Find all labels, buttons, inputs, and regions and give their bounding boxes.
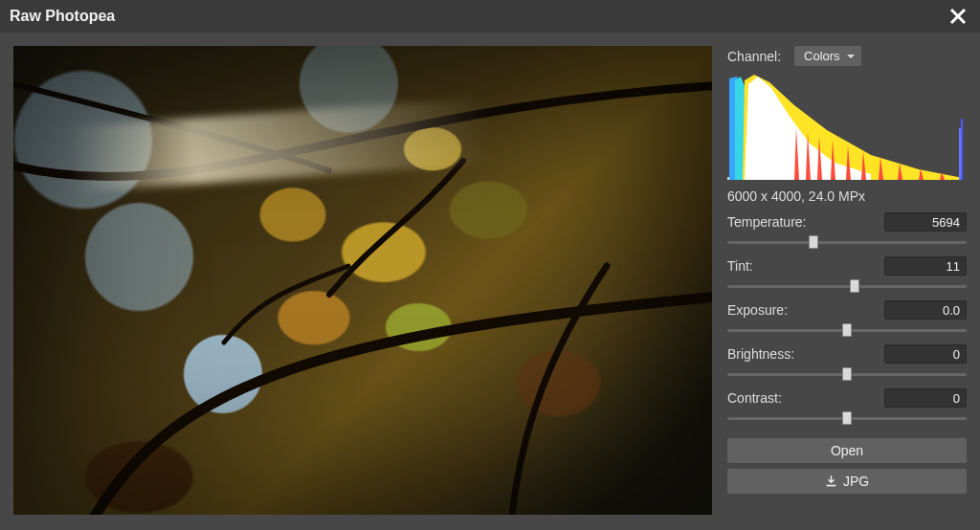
dialog-body: Channel: Colors (0, 33, 980, 530)
window-title: Raw Photopea (10, 8, 946, 25)
raw-dialog: Raw Photopea (0, 0, 980, 530)
temperature-label: Temperature: (727, 214, 884, 230)
brightness-slider[interactable] (727, 366, 967, 382)
brightness-control: Brightness: (727, 344, 967, 382)
brightness-label: Brightness: (727, 346, 884, 362)
exposure-value-input[interactable] (884, 300, 967, 320)
svg-rect-3 (959, 128, 961, 180)
temperature-slider[interactable] (727, 234, 967, 250)
tint-label: Tint: (727, 258, 884, 274)
temperature-value-input[interactable] (884, 212, 967, 232)
temperature-control: Temperature: (727, 212, 967, 250)
contrast-slider-thumb[interactable] (842, 411, 852, 425)
tint-slider-thumb[interactable] (850, 279, 859, 293)
export-jpg-button[interactable]: JPG (727, 469, 967, 494)
svg-rect-5 (827, 484, 836, 486)
channel-label: Channel: (727, 49, 781, 64)
exposure-control: Exposure: (727, 300, 967, 338)
image-preview[interactable] (13, 46, 712, 515)
close-button[interactable] (946, 4, 970, 29)
exposure-label: Exposure: (727, 302, 884, 318)
tint-slider[interactable] (727, 278, 967, 294)
channel-dropdown[interactable]: Colors (794, 46, 861, 66)
export-jpg-label: JPG (843, 474, 869, 489)
adjustments-panel: Channel: Colors (727, 46, 967, 517)
brightness-value-input[interactable] (884, 344, 967, 364)
temperature-slider-thumb[interactable] (809, 235, 818, 249)
open-button[interactable]: Open (727, 438, 967, 463)
download-icon (825, 475, 837, 488)
image-dimensions: 6000 x 4000, 24.0 MPx (727, 188, 967, 204)
histogram (727, 73, 963, 180)
open-button-label: Open (831, 443, 863, 458)
contrast-slider[interactable] (727, 410, 967, 426)
channel-selected-text: Colors (804, 49, 840, 63)
action-buttons: Open JPG (727, 438, 967, 494)
close-icon (948, 7, 968, 26)
contrast-label: Contrast: (727, 390, 884, 406)
channel-row: Channel: Colors (727, 46, 967, 66)
titlebar: Raw Photopea (0, 0, 980, 33)
contrast-control: Contrast: (727, 388, 967, 426)
exposure-slider-thumb[interactable] (842, 323, 852, 337)
brightness-slider-thumb[interactable] (842, 367, 852, 381)
exposure-slider[interactable] (727, 322, 967, 338)
contrast-value-input[interactable] (884, 388, 967, 408)
tint-value-input[interactable] (884, 256, 967, 276)
svg-rect-4 (961, 119, 963, 180)
tint-control: Tint: (727, 256, 967, 294)
